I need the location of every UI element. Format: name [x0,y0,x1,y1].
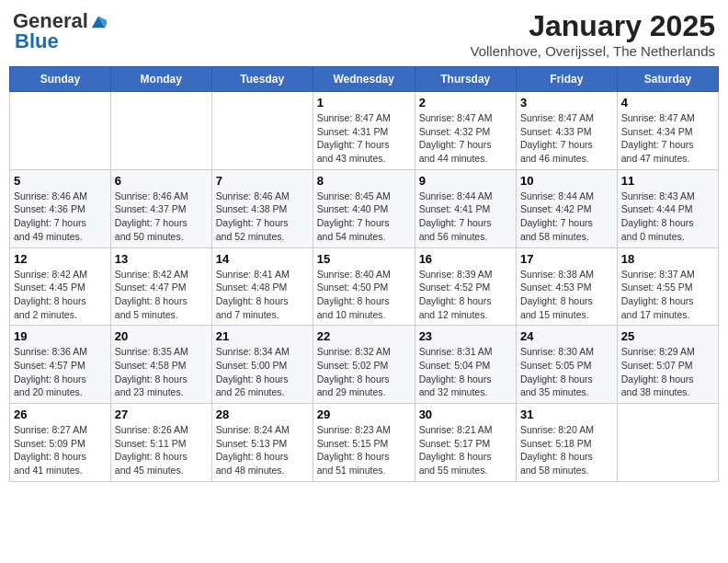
day-info: Sunrise: 8:46 AM Sunset: 4:37 PM Dayligh… [115,190,208,244]
calendar-cell [211,92,313,170]
calendar-cell [10,92,111,170]
day-info: Sunrise: 8:27 AM Sunset: 5:09 PM Dayligh… [14,423,107,477]
day-number: 14 [216,252,309,266]
calendar-table: SundayMondayTuesdayWednesdayThursdayFrid… [9,66,719,482]
day-number: 23 [419,329,512,343]
day-info: Sunrise: 8:44 AM Sunset: 4:41 PM Dayligh… [419,190,512,244]
logo: General Blue [13,9,107,53]
day-number: 9 [419,174,512,188]
day-number: 4 [621,96,714,109]
calendar-cell: 27Sunrise: 8:26 AM Sunset: 5:11 PM Dayli… [110,404,211,482]
day-number: 15 [317,252,411,266]
day-header-wednesday: Wednesday [313,67,415,92]
day-info: Sunrise: 8:47 AM Sunset: 4:32 PM Dayligh… [419,111,512,166]
day-number: 31 [520,408,613,421]
week-row-3: 12Sunrise: 8:42 AM Sunset: 4:45 PM Dayli… [10,247,719,326]
day-number: 12 [14,252,107,266]
day-number: 19 [14,329,107,343]
day-header-saturday: Saturday [617,67,718,92]
calendar-cell: 30Sunrise: 8:21 AM Sunset: 5:17 PM Dayli… [415,404,516,482]
calendar-cell: 21Sunrise: 8:34 AM Sunset: 5:00 PM Dayli… [211,326,313,404]
day-number: 22 [317,329,411,343]
day-number: 2 [419,96,512,109]
calendar-cell: 6Sunrise: 8:46 AM Sunset: 4:37 PM Daylig… [110,169,211,247]
day-number: 29 [317,408,411,421]
week-row-4: 19Sunrise: 8:36 AM Sunset: 4:57 PM Dayli… [10,326,719,404]
day-info: Sunrise: 8:32 AM Sunset: 5:02 PM Dayligh… [317,345,411,399]
calendar-subtitle: Vollenhove, Overijssel, The Netherlands [470,43,715,59]
day-number: 25 [621,329,714,343]
calendar-cell: 25Sunrise: 8:29 AM Sunset: 5:07 PM Dayli… [617,326,718,404]
day-number: 11 [621,174,714,188]
day-info: Sunrise: 8:38 AM Sunset: 4:53 PM Dayligh… [520,268,613,322]
day-number: 18 [621,252,714,266]
day-info: Sunrise: 8:20 AM Sunset: 5:18 PM Dayligh… [520,423,613,477]
day-info: Sunrise: 8:21 AM Sunset: 5:17 PM Dayligh… [419,423,512,477]
day-header-sunday: Sunday [10,67,111,92]
calendar-cell: 2Sunrise: 8:47 AM Sunset: 4:32 PM Daylig… [415,92,516,170]
day-info: Sunrise: 8:40 AM Sunset: 4:50 PM Dayligh… [317,268,411,322]
day-number: 3 [520,96,613,109]
day-number: 30 [419,408,512,421]
day-info: Sunrise: 8:24 AM Sunset: 5:13 PM Dayligh… [216,423,309,477]
day-info: Sunrise: 8:42 AM Sunset: 4:47 PM Dayligh… [115,268,208,322]
calendar-cell [617,404,718,482]
day-number: 10 [520,174,613,188]
calendar-cell: 3Sunrise: 8:47 AM Sunset: 4:33 PM Daylig… [516,92,617,170]
day-number: 26 [14,408,107,421]
calendar-cell: 10Sunrise: 8:44 AM Sunset: 4:42 PM Dayli… [516,169,617,247]
day-header-monday: Monday [110,67,211,92]
day-number: 24 [520,329,613,343]
day-info: Sunrise: 8:37 AM Sunset: 4:55 PM Dayligh… [621,268,714,322]
calendar-cell: 7Sunrise: 8:46 AM Sunset: 4:38 PM Daylig… [211,169,313,247]
calendar-cell: 4Sunrise: 8:47 AM Sunset: 4:34 PM Daylig… [617,92,718,170]
day-headers-row: SundayMondayTuesdayWednesdayThursdayFrid… [10,67,719,92]
day-header-tuesday: Tuesday [211,67,313,92]
calendar-cell: 18Sunrise: 8:37 AM Sunset: 4:55 PM Dayli… [617,247,718,326]
day-info: Sunrise: 8:47 AM Sunset: 4:34 PM Dayligh… [621,111,714,166]
day-number: 13 [115,252,208,266]
calendar-cell: 15Sunrise: 8:40 AM Sunset: 4:50 PM Dayli… [313,247,415,326]
day-number: 8 [317,174,411,188]
calendar-cell: 5Sunrise: 8:46 AM Sunset: 4:36 PM Daylig… [10,169,111,247]
day-info: Sunrise: 8:44 AM Sunset: 4:42 PM Dayligh… [520,190,613,244]
day-info: Sunrise: 8:35 AM Sunset: 4:58 PM Dayligh… [115,345,208,399]
calendar-cell: 20Sunrise: 8:35 AM Sunset: 4:58 PM Dayli… [110,326,211,404]
day-number: 6 [115,174,208,188]
calendar-cell: 26Sunrise: 8:27 AM Sunset: 5:09 PM Dayli… [10,404,111,482]
day-info: Sunrise: 8:46 AM Sunset: 4:36 PM Dayligh… [14,190,107,244]
page-header: General Blue January 2025 Vollenhove, Ov… [9,9,719,59]
day-number: 17 [520,252,613,266]
day-header-thursday: Thursday [415,67,516,92]
calendar-cell: 8Sunrise: 8:45 AM Sunset: 4:40 PM Daylig… [313,169,415,247]
calendar-cell: 23Sunrise: 8:31 AM Sunset: 5:04 PM Dayli… [415,326,516,404]
calendar-cell: 12Sunrise: 8:42 AM Sunset: 4:45 PM Dayli… [10,247,111,326]
logo-blue-text: Blue [15,29,59,53]
calendar-cell: 31Sunrise: 8:20 AM Sunset: 5:18 PM Dayli… [516,404,617,482]
day-info: Sunrise: 8:46 AM Sunset: 4:38 PM Dayligh… [216,190,309,244]
day-info: Sunrise: 8:43 AM Sunset: 4:44 PM Dayligh… [621,190,714,244]
calendar-cell [110,92,211,170]
day-info: Sunrise: 8:45 AM Sunset: 4:40 PM Dayligh… [317,190,411,244]
day-number: 5 [14,174,107,188]
title-block: January 2025 Vollenhove, Overijssel, The… [470,9,715,59]
calendar-cell: 9Sunrise: 8:44 AM Sunset: 4:41 PM Daylig… [415,169,516,247]
day-number: 28 [216,408,309,421]
calendar-cell: 17Sunrise: 8:38 AM Sunset: 4:53 PM Dayli… [516,247,617,326]
day-number: 7 [216,174,309,188]
day-header-friday: Friday [516,67,617,92]
week-row-5: 26Sunrise: 8:27 AM Sunset: 5:09 PM Dayli… [10,404,719,482]
calendar-cell: 1Sunrise: 8:47 AM Sunset: 4:31 PM Daylig… [313,92,415,170]
calendar-cell: 19Sunrise: 8:36 AM Sunset: 4:57 PM Dayli… [10,326,111,404]
calendar-cell: 11Sunrise: 8:43 AM Sunset: 4:44 PM Dayli… [617,169,718,247]
day-info: Sunrise: 8:42 AM Sunset: 4:45 PM Dayligh… [14,268,107,322]
day-info: Sunrise: 8:41 AM Sunset: 4:48 PM Dayligh… [216,268,309,322]
day-info: Sunrise: 8:26 AM Sunset: 5:11 PM Dayligh… [115,423,208,477]
calendar-cell: 13Sunrise: 8:42 AM Sunset: 4:47 PM Dayli… [110,247,211,326]
day-info: Sunrise: 8:31 AM Sunset: 5:04 PM Dayligh… [419,345,512,399]
day-info: Sunrise: 8:47 AM Sunset: 4:33 PM Dayligh… [520,111,613,166]
day-info: Sunrise: 8:29 AM Sunset: 5:07 PM Dayligh… [621,345,714,399]
day-info: Sunrise: 8:39 AM Sunset: 4:52 PM Dayligh… [419,268,512,322]
week-row-2: 5Sunrise: 8:46 AM Sunset: 4:36 PM Daylig… [10,169,719,247]
day-number: 20 [115,329,208,343]
